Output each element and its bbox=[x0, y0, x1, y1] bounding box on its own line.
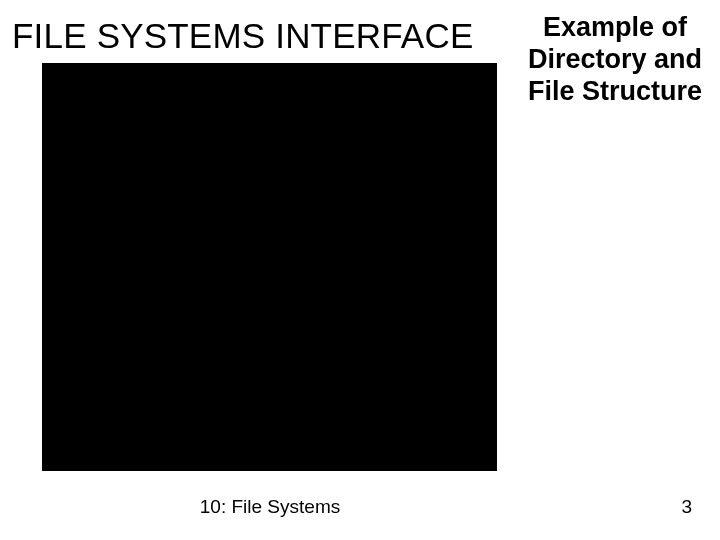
figure-placeholder bbox=[42, 63, 497, 471]
slide-subtitle: Example of Directory and File Structure bbox=[514, 12, 716, 108]
footer-chapter: 10: File Systems bbox=[0, 496, 540, 518]
slide: FILE SYSTEMS INTERFACE Example of Direct… bbox=[0, 0, 720, 540]
page-number: 3 bbox=[681, 496, 692, 518]
page-title: FILE SYSTEMS INTERFACE bbox=[12, 16, 473, 56]
